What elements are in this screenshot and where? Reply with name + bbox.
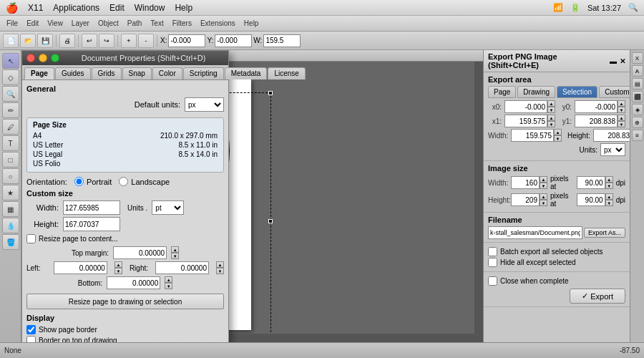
text-tool[interactable]: T xyxy=(2,135,19,151)
tab-metadata[interactable]: Metadata xyxy=(225,67,268,79)
height-area-input[interactable] xyxy=(593,129,630,142)
panel-minimize[interactable]: ▬ xyxy=(610,57,617,65)
tab-grids[interactable]: Grids xyxy=(92,67,122,79)
path-menu[interactable]: Path xyxy=(124,19,146,27)
view-menu[interactable]: View xyxy=(44,19,67,27)
zoom-in-btn[interactable]: + xyxy=(121,34,137,48)
page-usfolio[interactable]: US Folio xyxy=(33,160,218,168)
tab-guides[interactable]: Guides xyxy=(55,67,91,79)
left-margin-input[interactable] xyxy=(54,261,107,274)
resize-page-btn[interactable]: Resize page to drawing or selection xyxy=(26,294,224,309)
right-margin-input[interactable] xyxy=(155,261,209,274)
landscape-option[interactable]: Landscape xyxy=(119,177,170,186)
icon-strip-btn4[interactable]: ⬛ xyxy=(632,91,643,102)
tab-snap[interactable]: Snap xyxy=(122,67,152,79)
tab-custom-export[interactable]: Custom xyxy=(599,86,630,98)
undo-btn[interactable]: ↩ xyxy=(82,34,97,48)
bottom-margin-input[interactable] xyxy=(107,276,160,289)
print-btn[interactable]: 🖨 xyxy=(59,34,75,48)
border-on-top-cb[interactable] xyxy=(26,336,36,342)
icon-strip-btn2[interactable]: A xyxy=(632,65,643,77)
page-usletter[interactable]: US Letter 8.5 x 11.0 in xyxy=(33,141,218,149)
y1-input[interactable] xyxy=(575,115,618,127)
custom-units-select[interactable]: pt px mm in xyxy=(152,200,184,215)
top-margin-up[interactable]: ▲ xyxy=(171,246,179,253)
dpi-width-up[interactable]: ▲ xyxy=(605,176,613,183)
x0-input[interactable] xyxy=(504,100,547,113)
close-btn[interactable] xyxy=(26,54,35,62)
fill-tool[interactable]: 🪣 xyxy=(2,234,19,250)
dpi-width-down[interactable]: ▼ xyxy=(605,183,613,189)
top-margin-down[interactable]: ▼ xyxy=(171,253,179,259)
tab-selection-export[interactable]: Selection xyxy=(557,86,597,98)
tab-license[interactable]: License xyxy=(268,67,305,79)
close-when-cb[interactable] xyxy=(488,276,497,286)
file-menu[interactable]: File xyxy=(3,19,21,27)
page-a4[interactable]: A4 210.0 x 297.0 mm xyxy=(33,132,218,140)
right-margin-down[interactable]: ▼ xyxy=(216,268,224,274)
x-input[interactable] xyxy=(168,34,205,47)
pen-tool[interactable]: 🖊 xyxy=(2,119,19,135)
min-btn[interactable] xyxy=(39,54,47,62)
export-as-btn[interactable]: Export As... xyxy=(584,228,625,238)
pencil-tool[interactable]: ✏ xyxy=(2,102,19,118)
y1-up[interactable]: ▲ xyxy=(618,115,625,121)
zoom-out-btn[interactable]: - xyxy=(138,34,154,48)
portrait-option[interactable]: Portrait xyxy=(74,177,112,186)
resize-checkbox[interactable] xyxy=(26,234,36,243)
layer-menu[interactable]: Layer xyxy=(68,19,93,27)
search-icon[interactable]: 🔍 xyxy=(628,3,638,12)
dpi-height-input[interactable] xyxy=(577,193,605,206)
object-menu[interactable]: Object xyxy=(94,19,122,27)
units-area-select[interactable]: px xyxy=(600,143,625,156)
icon-strip-btn1[interactable]: X xyxy=(632,52,643,64)
width-down[interactable]: ▼ xyxy=(554,135,562,142)
panel-close-btn[interactable]: ✕ xyxy=(620,57,625,65)
star-tool[interactable]: ★ xyxy=(2,185,19,200)
bottom-margin-up[interactable]: ▲ xyxy=(165,276,172,283)
img-width-down[interactable]: ▼ xyxy=(540,183,547,189)
y-input[interactable] xyxy=(215,34,252,47)
x11-menu[interactable]: X11 xyxy=(28,3,43,13)
rect-tool[interactable]: □ xyxy=(2,152,19,168)
filename-input[interactable] xyxy=(488,226,582,239)
open-btn[interactable]: 📂 xyxy=(20,34,36,48)
edit-menu-mac[interactable]: Edit xyxy=(109,3,125,13)
x1-down[interactable]: ▼ xyxy=(547,121,555,127)
custom-width-input[interactable] xyxy=(63,200,120,215)
export-btn[interactable]: ✓ Export xyxy=(570,289,625,304)
dpi-width-input[interactable] xyxy=(577,176,605,189)
text-menu[interactable]: Text xyxy=(147,19,167,27)
tab-color[interactable]: Color xyxy=(152,67,182,79)
icon-strip-btn7[interactable]: ≡ xyxy=(632,130,643,141)
dpi-height-down[interactable]: ▼ xyxy=(605,200,613,206)
apple-menu[interactable]: 🍎 xyxy=(6,2,18,14)
filters-menu[interactable]: Filters xyxy=(169,19,195,27)
width-up[interactable]: ▲ xyxy=(554,129,562,135)
window-menu[interactable]: Window xyxy=(135,3,165,13)
img-height-input[interactable] xyxy=(511,193,540,206)
img-width-up[interactable]: ▲ xyxy=(540,176,547,183)
show-border-cb[interactable] xyxy=(26,325,36,334)
new-btn[interactable]: 📄 xyxy=(3,34,19,48)
save-btn[interactable]: 💾 xyxy=(37,34,53,48)
redo-btn[interactable]: ↪ xyxy=(99,34,114,48)
icon-strip-btn6[interactable]: ⊕ xyxy=(632,117,643,128)
bottom-margin-down[interactable]: ▼ xyxy=(165,283,172,289)
custom-height-input[interactable] xyxy=(63,217,120,231)
hide-except-cb[interactable] xyxy=(488,258,497,267)
top-margin-input[interactable] xyxy=(113,246,167,259)
gradient-tool[interactable]: ▦ xyxy=(2,201,19,217)
help-menu[interactable]: Help xyxy=(240,19,263,27)
handle-mr[interactable] xyxy=(268,219,273,223)
w-input[interactable] xyxy=(263,34,301,47)
tab-scripting[interactable]: Scripting xyxy=(183,67,224,79)
x0-down[interactable]: ▼ xyxy=(547,107,555,113)
portrait-radio[interactable] xyxy=(74,177,84,186)
icon-strip-btn5[interactable]: ◈ xyxy=(632,104,643,115)
right-margin-up[interactable]: ▲ xyxy=(216,261,224,268)
zoom-tool[interactable]: 🔍 xyxy=(2,86,19,102)
select-tool[interactable]: ↖ xyxy=(2,53,19,69)
dpi-height-up[interactable]: ▲ xyxy=(605,193,613,200)
batch-export-cb[interactable] xyxy=(488,247,497,256)
